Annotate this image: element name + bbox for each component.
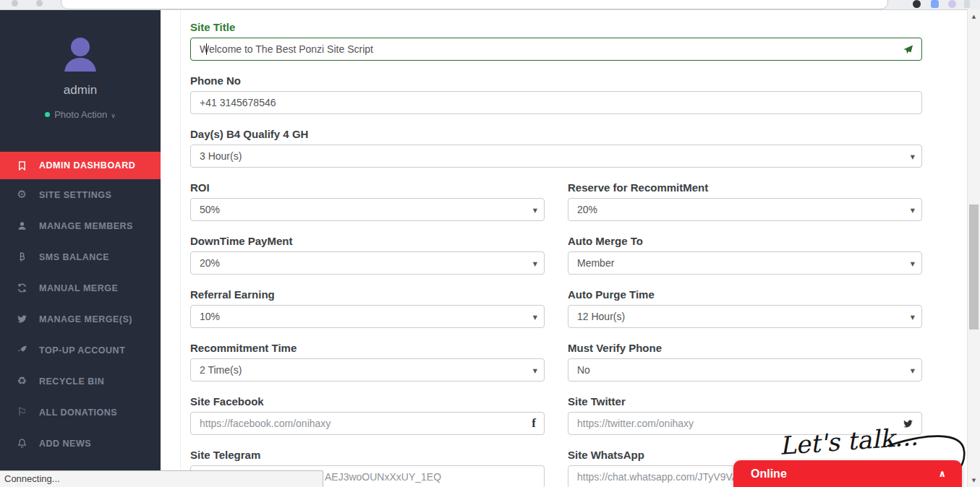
online-dot	[45, 112, 50, 117]
site-twitter-label: Site Twitter	[568, 395, 922, 408]
card-divider	[180, 9, 181, 487]
sidebar-item-label: MANAGE MERGE(S)	[39, 314, 132, 324]
days-b4-qualify-label: Day(s) B4 Qualify 4 GH	[190, 128, 922, 141]
sidebar-item-label: ADD NEWS	[39, 439, 91, 449]
auto-merge-to-label: Auto Merge To	[568, 235, 922, 248]
browser-puzzle-icon[interactable]	[948, 0, 956, 8]
recycle-icon: ♻	[16, 376, 28, 387]
must-verify-phone-select[interactable]: No ▼	[568, 358, 922, 382]
roi-label: ROI	[190, 181, 545, 194]
sidebar-item-recycle-bin[interactable]: ♻ RECYCLE BIN	[0, 366, 161, 397]
sidebar-menu: ADMIN DASHBOARD ⚙ SITE SETTINGS MANAGE M…	[0, 152, 161, 459]
sidebar-item-topup-account[interactable]: TOP-UP ACCOUNT	[0, 335, 161, 366]
vertical-scrollbar[interactable]: ▲ ▼	[967, 9, 980, 487]
avatar[interactable]	[0, 30, 161, 82]
gear-icon: ⚙	[16, 189, 28, 200]
phone-no-input[interactable]	[190, 91, 922, 114]
scroll-down-icon[interactable]: ▼	[968, 475, 980, 486]
sidebar: admin Photo Action∨ ADMIN DASHBOARD ⚙ SI…	[0, 9, 161, 487]
select-value: 12 Hour(s)	[577, 311, 625, 322]
downtime-payment-label: DownTime PayMent	[190, 235, 545, 248]
select-value: Member	[577, 257, 614, 269]
dropdown-arrow-icon: ▼	[911, 261, 915, 267]
browser-refresh-icon[interactable]	[36, 0, 43, 7]
rocket-icon	[16, 345, 28, 355]
browser-status-tooltip: Connecting...	[0, 470, 323, 487]
browser-menu-icon[interactable]	[964, 0, 970, 8]
sidebar-item-site-settings[interactable]: ⚙ SITE SETTINGS	[0, 179, 161, 210]
site-title-label: Site Title	[190, 21, 922, 34]
sidebar-item-add-news[interactable]: ADD NEWS	[0, 428, 161, 459]
referral-earning-select[interactable]: 10% ▼	[190, 305, 545, 328]
browser-back-icon[interactable]	[12, 0, 18, 7]
select-value: 3 Hour(s)	[200, 150, 242, 162]
app-screen: admin Photo Action∨ ADMIN DASHBOARD ⚙ SI…	[0, 0, 980, 487]
scroll-up-icon[interactable]: ▲	[968, 11, 980, 22]
sidebar-username: admin	[0, 83, 161, 98]
live-chat-widget[interactable]: Online ∧	[733, 460, 962, 487]
select-value: 50%	[200, 204, 220, 215]
sidebar-item-label: MANAGE MEMBERS	[39, 221, 133, 231]
settings-content: Site Title Phone No Day(s) B4 Qualify 4 …	[161, 9, 968, 487]
reserve-recommitment-label: Reserve for RecommitMent	[568, 181, 922, 194]
site-title-input[interactable]	[190, 38, 922, 61]
twitter-icon	[16, 314, 28, 324]
auto-purge-time-select[interactable]: 12 Hour(s) ▼	[568, 305, 922, 328]
address-bar[interactable]	[61, 0, 888, 9]
must-verify-phone-label: Must Verify Phone	[568, 342, 922, 355]
dropdown-arrow-icon: ▼	[533, 368, 537, 374]
sidebar-item-label: SMS BALANCE	[39, 252, 109, 262]
roi-select[interactable]: 50% ▼	[190, 198, 545, 221]
sidebar-item-label: RECYCLE BIN	[39, 376, 104, 387]
site-facebook-input[interactable]	[190, 412, 545, 435]
flag-icon: ⚐	[16, 407, 28, 418]
sidebar-item-manage-members[interactable]: MANAGE MEMBERS	[0, 210, 161, 241]
photo-action-menu[interactable]: Photo Action∨	[0, 109, 161, 120]
sidebar-item-manage-merges[interactable]: MANAGE MERGE(S)	[0, 303, 161, 335]
scrollbar-thumb[interactable]	[969, 204, 979, 329]
user-icon	[16, 220, 28, 231]
recommitment-time-select[interactable]: 2 Time(s) ▼	[190, 358, 545, 382]
facebook-icon: f	[532, 412, 536, 435]
twitter-icon	[903, 412, 913, 435]
browser-toolbar	[0, 0, 980, 10]
bitcoin-icon	[16, 251, 28, 262]
select-value: No	[577, 364, 590, 376]
auto-purge-time-label: Auto Purge Time	[568, 288, 922, 301]
dropdown-arrow-icon: ▼	[533, 207, 537, 214]
sidebar-item-all-donations[interactable]: ⚐ ALL DONATIONS	[0, 397, 161, 428]
chevron-down-icon: ∨	[111, 112, 116, 119]
site-facebook-label: Site Facebook	[190, 395, 545, 408]
chevron-up-icon[interactable]: ∧	[938, 460, 946, 487]
sidebar-item-label: ALL DONATIONS	[39, 408, 117, 418]
bell-icon	[16, 438, 28, 449]
browser-extension-icon[interactable]	[931, 0, 939, 8]
recommitment-time-label: Recommitment Time	[190, 342, 545, 355]
send-icon	[903, 38, 913, 61]
select-value: 20%	[200, 257, 220, 269]
auto-merge-to-select[interactable]: Member ▼	[568, 251, 922, 275]
sidebar-item-label: TOP-UP ACCOUNT	[39, 345, 125, 355]
dropdown-arrow-icon: ▼	[911, 314, 915, 321]
select-value: 2 Time(s)	[200, 364, 242, 376]
dropdown-arrow-icon: ▼	[911, 368, 915, 374]
dropdown-arrow-icon: ▼	[533, 314, 537, 321]
browser-profile-icon[interactable]	[913, 0, 921, 8]
sidebar-item-admin-dashboard[interactable]: ADMIN DASHBOARD	[0, 152, 161, 179]
days-b4-qualify-select[interactable]: 3 Hour(s) ▼	[190, 145, 922, 168]
sidebar-item-manual-merge[interactable]: MANUAL MERGE	[0, 272, 161, 303]
phone-no-label: Phone No	[190, 74, 922, 87]
dropdown-arrow-icon: ▼	[911, 207, 915, 214]
chat-status-label: Online	[751, 460, 787, 487]
reserve-recommitment-select[interactable]: 20% ▼	[568, 198, 922, 221]
sidebar-item-label: SITE SETTINGS	[39, 190, 111, 200]
user-avatar-icon	[56, 30, 105, 79]
sync-icon	[16, 283, 28, 293]
photo-action-label: Photo Action	[54, 109, 107, 120]
site-settings-form: Site Title Phone No Day(s) B4 Qualify 4 …	[190, 21, 922, 487]
select-value: 20%	[577, 204, 597, 215]
sidebar-item-label: MANUAL MERGE	[39, 283, 118, 293]
downtime-payment-select[interactable]: 20% ▼	[190, 251, 545, 275]
sidebar-item-sms-balance[interactable]: SMS BALANCE	[0, 241, 161, 272]
site-twitter-input[interactable]	[568, 412, 922, 435]
